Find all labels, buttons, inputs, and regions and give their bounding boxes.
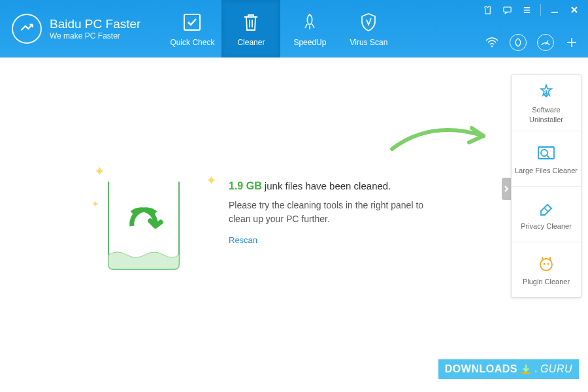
svg-point-7 [547, 263, 549, 265]
main-nav: Quick Check Cleaner SpeedUp Virus Scan [163, 0, 398, 57]
app-logo-icon [12, 14, 42, 44]
rocket-icon [298, 10, 321, 34]
watermark-left: DOWNLOADS [445, 363, 517, 375]
svg-point-5 [540, 259, 552, 270]
nav-virus-scan[interactable]: Virus Scan [339, 0, 398, 57]
app-title: Baidu PC Faster [50, 17, 140, 31]
svg-point-4 [541, 150, 547, 156]
result-hint: Please try the cleaning tools in the rig… [229, 199, 444, 226]
sparkle-icon: ✦ [94, 163, 105, 179]
download-icon [520, 363, 532, 375]
app-header: Baidu PC Faster We make PC Faster Quick … [0, 0, 588, 57]
tool-privacy-cleaner[interactable]: Privacy Cleaner [512, 186, 581, 242]
headline-suffix: junk files have been cleaned. [265, 180, 391, 191]
divider [540, 4, 541, 16]
svg-point-6 [544, 263, 546, 265]
sparkle-icon: ✦ [206, 172, 217, 188]
shield-icon [357, 10, 380, 34]
nav-quick-check[interactable]: Quick Check [163, 0, 221, 57]
large-files-icon [536, 142, 556, 162]
trash-icon [239, 10, 263, 34]
tool-plugin-cleaner[interactable]: Plugin Cleaner [512, 242, 581, 297]
result-text-area: 1.9 GB junk files have been cleaned. Ple… [229, 180, 444, 245]
main-content: ✦ ✦ ✦ 1.9 GB junk files have been cleane… [0, 57, 588, 392]
svg-rect-1 [503, 7, 510, 12]
feedback-icon[interactable] [501, 4, 513, 16]
window-controls [482, 4, 580, 16]
result-headline: 1.9 GB junk files have been cleaned. [229, 180, 444, 192]
sparkle-icon: ✦ [91, 199, 99, 209]
tools-panel: Software Uninstaller Large Files Cleaner… [511, 74, 581, 298]
logo-area: Baidu PC Faster We make PC Faster [0, 0, 156, 57]
close-button[interactable] [568, 4, 580, 16]
wifi-icon[interactable] [485, 35, 499, 50]
add-tool-icon[interactable] [564, 35, 579, 50]
panel-collapse-handle[interactable] [502, 178, 511, 200]
uninstaller-icon [536, 82, 556, 101]
tool-software-uninstaller[interactable]: Software Uninstaller [512, 75, 581, 131]
cleaned-size: 1.9 GB [229, 180, 262, 191]
speed-gauge-icon[interactable] [537, 34, 554, 51]
rescan-link[interactable]: Rescan [229, 235, 444, 245]
hint-arrow-icon [385, 116, 503, 171]
nav-cleaner[interactable]: Cleaner [221, 0, 280, 57]
plugin-icon [536, 253, 556, 273]
watermark-badge: DOWNLOADS . GURU [438, 359, 579, 379]
browser-icon[interactable] [510, 34, 527, 51]
tool-large-files-cleaner[interactable]: Large Files Cleaner [512, 131, 581, 186]
eraser-icon [536, 198, 556, 218]
watermark-right: GURU [540, 363, 572, 375]
svg-point-2 [491, 46, 493, 48]
menu-icon[interactable] [521, 4, 532, 16]
app-tagline: We make PC Faster [50, 31, 140, 41]
tshirt-icon[interactable] [482, 4, 493, 16]
header-tools [485, 34, 579, 51]
nav-speedup[interactable]: SpeedUp [280, 0, 339, 57]
checkbox-icon [180, 10, 204, 34]
jar-illustration: ✦ ✦ ✦ [98, 167, 209, 285]
minimize-button[interactable] [549, 4, 561, 16]
